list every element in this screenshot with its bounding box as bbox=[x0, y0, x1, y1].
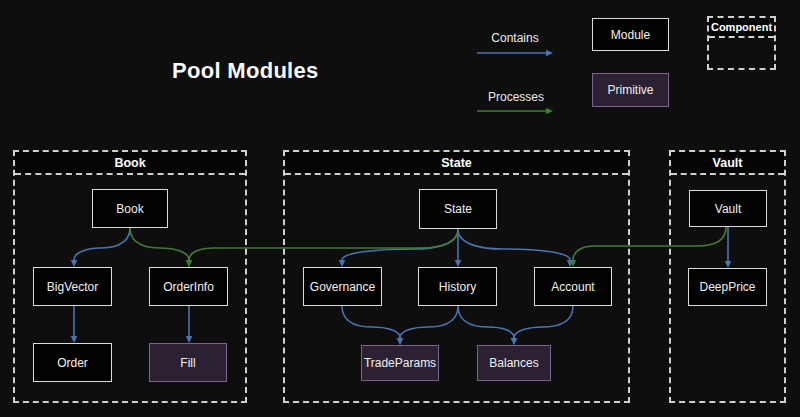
legend-contains-label: Contains bbox=[477, 31, 553, 45]
node-state: State bbox=[419, 189, 497, 229]
node-governance: Governance bbox=[303, 267, 382, 306]
container-book-header: Book bbox=[15, 152, 245, 175]
page-title: Pool Modules bbox=[172, 58, 319, 84]
node-deepprice: DeepPrice bbox=[688, 268, 767, 306]
node-order: Order bbox=[33, 343, 112, 382]
node-book: Book bbox=[92, 189, 168, 228]
container-vault-header: Vault bbox=[671, 152, 784, 175]
legend-component-sample: Component bbox=[707, 16, 776, 70]
legend-component-label: Component bbox=[709, 18, 774, 38]
node-orderinfo: OrderInfo bbox=[149, 267, 228, 306]
legend-processes-label: Processes bbox=[477, 90, 555, 104]
legend-module-sample: Module bbox=[592, 18, 669, 51]
node-history: History bbox=[418, 267, 497, 306]
node-account: Account bbox=[534, 267, 612, 306]
node-balances: Balances bbox=[477, 345, 551, 381]
node-vault: Vault bbox=[689, 190, 767, 227]
pool-modules-diagram: { "title": "Pool Modules", "legend": { "… bbox=[0, 0, 800, 417]
node-tradeparams: TradeParams bbox=[361, 345, 439, 381]
legend-primitive-sample: Primitive bbox=[592, 73, 669, 107]
node-bigvector: BigVector bbox=[33, 267, 112, 306]
container-state-header: State bbox=[285, 152, 628, 175]
node-fill: Fill bbox=[149, 343, 227, 382]
